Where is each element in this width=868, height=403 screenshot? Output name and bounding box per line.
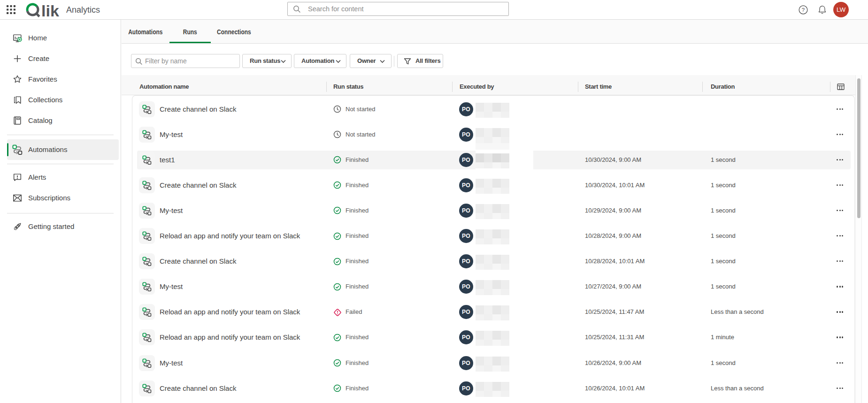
svg-text:lik: lik: [41, 2, 59, 18]
svg-text:?: ?: [802, 7, 805, 13]
